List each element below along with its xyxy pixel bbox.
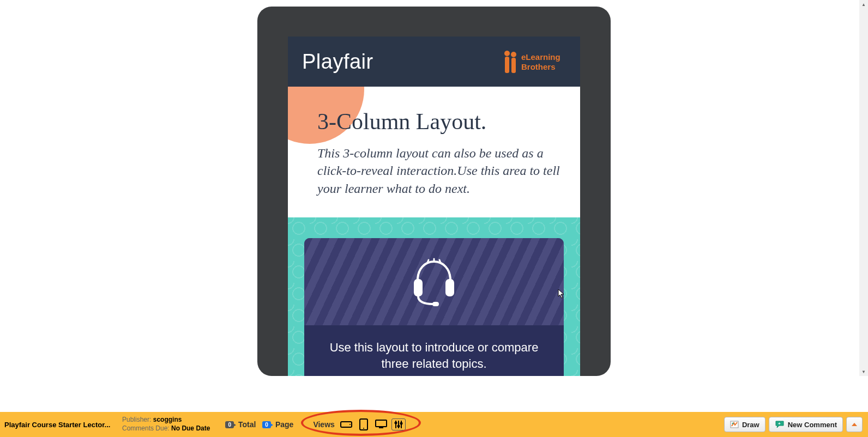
draw-button[interactable]: Draw bbox=[724, 417, 765, 432]
svg-point-3 bbox=[511, 52, 516, 57]
draw-button-label: Draw bbox=[742, 421, 760, 429]
svg-rect-2 bbox=[511, 58, 516, 73]
scroll-track[interactable] bbox=[859, 9, 868, 367]
svg-rect-7 bbox=[445, 279, 454, 296]
view-tablet-button[interactable] bbox=[357, 418, 371, 430]
headset-icon bbox=[408, 257, 460, 306]
svg-rect-6 bbox=[414, 279, 423, 296]
course-name: Playfair Course Starter Lector... bbox=[3, 421, 112, 429]
svg-text:eLearning: eLearning bbox=[521, 52, 560, 62]
scroll-down-icon[interactable]: ▼ bbox=[859, 367, 868, 376]
comment-counts: 0 Total 0 Page bbox=[225, 420, 298, 429]
views-label: Views bbox=[313, 420, 334, 429]
page-label: Page bbox=[275, 420, 293, 429]
comments-due-value: No Due Date bbox=[171, 424, 210, 432]
new-comment-button-label: New Comment bbox=[788, 421, 837, 429]
svg-text:+: + bbox=[778, 421, 781, 426]
scroll-up-icon[interactable]: ▲ bbox=[859, 0, 868, 9]
publisher-value: scoggins bbox=[153, 416, 182, 423]
total-label: Total bbox=[238, 420, 256, 429]
publisher-label: Publisher: bbox=[122, 416, 151, 423]
preview-area: Playfair eLearning Brothers bbox=[0, 0, 868, 376]
svg-point-12 bbox=[363, 428, 364, 429]
page-count-badge: 0 bbox=[262, 421, 271, 428]
course-header: Playfair eLearning Brothers bbox=[288, 37, 580, 87]
view-phone-landscape-button[interactable] bbox=[339, 418, 353, 430]
desktop-icon bbox=[375, 420, 388, 429]
phone-landscape-icon bbox=[340, 420, 352, 429]
tablet-device-frame: Playfair eLearning Brothers bbox=[257, 7, 611, 376]
svg-point-15 bbox=[395, 422, 396, 424]
card-text: Use this layout to introduce or compare … bbox=[304, 325, 564, 376]
svg-rect-0 bbox=[505, 57, 509, 73]
svg-rect-13 bbox=[376, 420, 387, 427]
course-title: Playfair bbox=[302, 50, 373, 74]
comments-due-label: Comments Due: bbox=[122, 424, 170, 432]
svg-point-10 bbox=[349, 424, 351, 425]
svg-point-21 bbox=[732, 423, 733, 424]
svg-text:Brothers: Brothers bbox=[521, 62, 556, 71]
brand-logo: eLearning Brothers bbox=[502, 45, 567, 78]
total-count-badge: 0 bbox=[225, 421, 234, 428]
card-icon-area bbox=[304, 238, 564, 325]
page-subheading: This 3-column layout can also be used as… bbox=[288, 135, 580, 208]
svg-point-19 bbox=[400, 423, 402, 424]
course-meta: Publisher: scoggins Comments Due: No Due… bbox=[122, 416, 210, 433]
draw-icon bbox=[730, 421, 739, 428]
tablet-portrait-icon bbox=[359, 418, 369, 430]
page-heading: 3-Column Layout. bbox=[288, 87, 580, 135]
expand-up-icon bbox=[851, 422, 858, 427]
columns-section: Use this layout to introduce or compare … bbox=[288, 217, 580, 376]
views-group: Views bbox=[309, 416, 416, 433]
svg-rect-8 bbox=[432, 302, 439, 306]
course-main: 3-Column Layout. This 3-column layout ca… bbox=[288, 87, 580, 217]
review-toolbar: Playfair Course Starter Lector... Publis… bbox=[0, 412, 868, 437]
svg-point-1 bbox=[504, 51, 510, 56]
comment-icon: + bbox=[775, 421, 785, 428]
view-settings-button[interactable] bbox=[391, 418, 406, 430]
device-screen[interactable]: Playfair eLearning Brothers bbox=[288, 37, 580, 376]
svg-point-17 bbox=[397, 426, 399, 427]
column-card[interactable]: Use this layout to introduce or compare … bbox=[304, 238, 564, 376]
view-desktop-button[interactable] bbox=[374, 418, 388, 430]
page-scrollbar[interactable]: ▲ ▼ bbox=[859, 0, 868, 376]
new-comment-button[interactable]: + New Comment bbox=[769, 417, 843, 432]
sliders-icon bbox=[394, 420, 403, 429]
expand-panel-button[interactable] bbox=[846, 417, 863, 432]
toolbar-right: Draw + New Comment bbox=[724, 417, 865, 432]
